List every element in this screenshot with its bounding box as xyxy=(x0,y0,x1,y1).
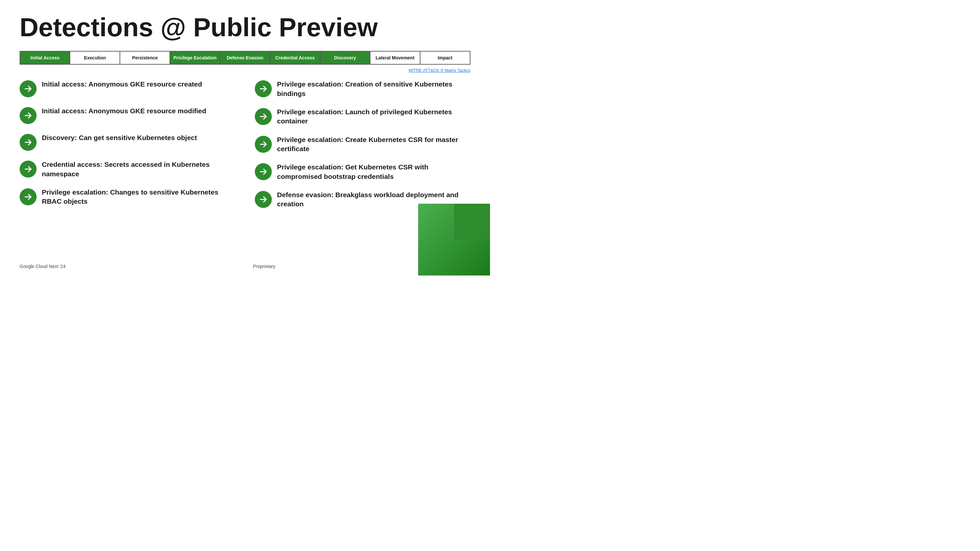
detections-grid: Initial access: Anonymous GKE resource c… xyxy=(20,79,470,218)
detection-left-text-0: Initial access: Anonymous GKE resource c… xyxy=(42,79,202,89)
detection-left-text-4: Privilege escalation: Changes to sensiti… xyxy=(42,188,235,206)
arrow-icon xyxy=(20,107,37,124)
detection-left-text-2: Discovery: Can get sensitive Kubernetes … xyxy=(42,133,197,142)
tactic-item-2[interactable]: Persistence xyxy=(120,52,170,64)
footer-center: Proprietary xyxy=(253,264,275,269)
detection-right-text-0: Privilege escalation: Creation of sensit… xyxy=(277,79,470,98)
arrow-icon xyxy=(255,163,272,180)
detection-left-1: Initial access: Anonymous GKE resource m… xyxy=(20,106,235,124)
detection-left-text-3: Credential access: Secrets accessed in K… xyxy=(42,160,235,179)
arrow-icon xyxy=(255,80,272,97)
mitre-link[interactable]: MITRE ATT&CK ® Matrix Tactics xyxy=(20,67,470,73)
mitre-link-text[interactable]: MITRE ATT&CK ® Matrix Tactics xyxy=(409,68,470,73)
arrow-icon xyxy=(255,191,272,208)
detection-right-text-3: Privilege escalation: Get Kubernetes CSR… xyxy=(277,162,470,181)
detection-left-2: Discovery: Can get sensitive Kubernetes … xyxy=(20,133,235,151)
tactic-item-5[interactable]: Credential Access xyxy=(270,52,320,64)
detection-left-3: Credential access: Secrets accessed in K… xyxy=(20,160,235,179)
arrow-icon xyxy=(20,160,37,178)
tactic-item-3[interactable]: Privilege Escalation xyxy=(170,52,220,64)
detection-left-text-1: Initial access: Anonymous GKE resource m… xyxy=(42,106,206,116)
tactic-item-0[interactable]: Initial Access xyxy=(20,52,70,64)
detection-right-text-2: Privilege escalation: Create Kubernetes … xyxy=(277,135,470,154)
arrow-icon xyxy=(20,80,37,97)
page-title: Detections @ Public Preview xyxy=(20,13,470,42)
tactic-item-8[interactable]: Impact xyxy=(420,52,470,64)
detection-right-1: Privilege escalation: Launch of privileg… xyxy=(255,107,470,126)
arrow-icon xyxy=(255,108,272,125)
detection-right-text-1: Privilege escalation: Launch of privileg… xyxy=(277,107,470,126)
detection-right-2: Privilege escalation: Create Kubernetes … xyxy=(255,135,470,154)
detection-right-0: Privilege escalation: Creation of sensit… xyxy=(255,79,470,98)
arrow-icon xyxy=(20,134,37,151)
detection-right-3: Privilege escalation: Get Kubernetes CSR… xyxy=(255,162,470,181)
arrow-icon xyxy=(20,188,37,205)
tactic-item-1[interactable]: Execution xyxy=(70,52,120,64)
detection-left-4: Privilege escalation: Changes to sensiti… xyxy=(20,188,235,206)
detections-left: Initial access: Anonymous GKE resource c… xyxy=(20,79,235,218)
footer-left: Google Cloud Next '24 xyxy=(20,264,65,269)
corner-decoration xyxy=(418,204,490,275)
footer: Google Cloud Next '24 Proprietary 011 xyxy=(20,264,470,269)
detection-left-0: Initial access: Anonymous GKE resource c… xyxy=(20,79,235,97)
tactic-item-7[interactable]: Lateral Movement xyxy=(371,52,420,64)
tactics-bar: Initial AccessExecutionPersistencePrivil… xyxy=(20,51,470,65)
tactic-item-4[interactable]: Defense Evasion xyxy=(220,52,270,64)
detections-right: Privilege escalation: Creation of sensit… xyxy=(255,79,470,218)
arrow-icon xyxy=(255,136,272,153)
tactic-item-6[interactable]: Discovery xyxy=(320,52,371,64)
